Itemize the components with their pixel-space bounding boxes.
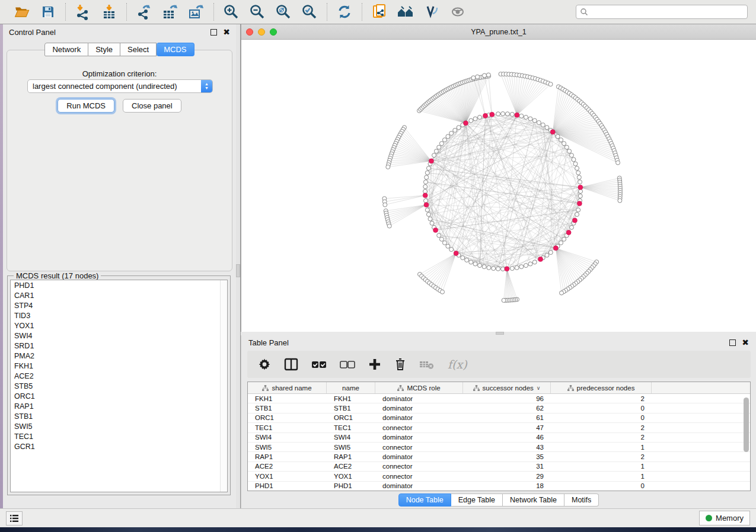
table-row[interactable]: PHD1PHD1dominator180 — [248, 482, 750, 491]
mcds-result-item[interactable]: STP4 — [11, 300, 227, 310]
column-header-shared-name[interactable]: shared name — [248, 382, 327, 393]
refresh-layout-icon[interactable] — [336, 3, 353, 21]
float-panel-icon[interactable] — [210, 29, 217, 36]
save-session-icon[interactable] — [39, 3, 57, 21]
mcds-result-item[interactable]: STB5 — [11, 381, 227, 391]
table-row[interactable]: FKH1FKH1dominator962 — [248, 394, 750, 403]
tab-network[interactable]: Network — [44, 43, 88, 56]
cell: dominator — [375, 395, 463, 402]
criterion-dropdown[interactable]: largest connected component (undirected)… — [27, 79, 213, 93]
mcds-result-item[interactable]: TEC1 — [11, 431, 227, 441]
zoom-out-icon[interactable] — [248, 3, 266, 21]
column-header-successor-nodes[interactable]: successor nodes∨ — [463, 382, 551, 393]
network-titlebar[interactable]: YPA_prune.txt_1 — [241, 24, 756, 40]
mcds-result-item[interactable]: PHD1 — [11, 280, 227, 290]
column-header-MCDS-role[interactable]: MCDS role — [375, 382, 463, 393]
first-neighbors-icon[interactable] — [397, 3, 414, 21]
network-window: YPA_prune.txt_1 — [241, 24, 756, 332]
show-eye-icon[interactable] — [449, 3, 467, 21]
import-network-icon[interactable] — [74, 3, 92, 21]
gear-icon[interactable] — [258, 357, 271, 372]
mcds-result-item[interactable]: CAR1 — [11, 290, 227, 300]
tab-style[interactable]: Style — [88, 43, 120, 56]
mcds-result-list[interactable]: PHD1CAR1STP4TID3YOX1SWI4SRD1PMA2FKH1ACE2… — [10, 280, 228, 492]
cell: connector — [375, 473, 463, 480]
cell: ORC1 — [327, 414, 375, 421]
mcds-result-item[interactable]: SRD1 — [11, 341, 227, 351]
import-table-icon[interactable] — [100, 3, 118, 21]
sort-desc-icon: ∨ — [537, 385, 541, 391]
export-table-icon[interactable] — [161, 3, 179, 21]
deselect-all-icon[interactable] — [340, 357, 355, 372]
table-row[interactable]: SWI4SWI4dominator462 — [248, 433, 750, 443]
mcds-result-item[interactable]: RAP1 — [11, 401, 227, 411]
splitter-handle[interactable] — [236, 264, 240, 277]
close-panel-icon[interactable]: ✖ — [742, 338, 749, 347]
cell: ORC1 — [248, 414, 327, 421]
table-row[interactable]: YOX1YOX1connector291 — [248, 472, 750, 481]
add-icon[interactable] — [368, 357, 381, 372]
table-row[interactable]: SWI5SWI5connector431 — [248, 443, 750, 452]
mcds-result-item[interactable]: SWI4 — [11, 331, 227, 341]
zoom-fit-icon[interactable] — [275, 3, 292, 21]
cell: 47 — [463, 424, 551, 431]
tab-node-table[interactable]: Node Table — [398, 493, 451, 507]
table-row[interactable]: RAP1RAP1dominator352 — [248, 452, 750, 462]
hide-labels-icon[interactable] — [423, 3, 441, 21]
delete-icon[interactable] — [394, 357, 406, 372]
network-canvas[interactable] — [241, 40, 756, 332]
tab-network-table[interactable]: Network Table — [503, 493, 564, 507]
vertical-splitter[interactable] — [236, 24, 241, 508]
optimization-label: Optimization criterion: — [7, 69, 232, 78]
column-header-name[interactable]: name — [327, 382, 375, 393]
search-box[interactable] — [576, 5, 748, 19]
mcds-result-item[interactable]: STB1 — [11, 411, 227, 421]
mcds-result-item[interactable]: GCR1 — [11, 441, 227, 451]
mcds-list-scrollbar[interactable] — [220, 280, 227, 492]
tab-mcds[interactable]: MCDS — [157, 43, 194, 56]
task-history-button[interactable] — [6, 511, 23, 525]
network-graph[interactable] — [241, 40, 756, 332]
mcds-result-item[interactable]: SWI5 — [11, 421, 227, 431]
export-network-icon[interactable] — [135, 3, 153, 21]
mcds-result-item[interactable]: TID3 — [11, 310, 227, 321]
column-header-predecessor-nodes[interactable]: predecessor nodes — [551, 382, 652, 393]
tab-motifs[interactable]: Motifs — [564, 493, 599, 507]
columns-icon[interactable] — [284, 357, 298, 372]
table-row[interactable]: ACE2ACE2connector311 — [248, 462, 750, 472]
scrollbar-thumb[interactable] — [744, 398, 749, 452]
export-image-icon[interactable] — [187, 3, 205, 21]
table-scrollbar[interactable] — [744, 396, 749, 490]
table-row[interactable]: TEC1TEC1connector472 — [248, 423, 750, 432]
cell: 0 — [551, 482, 652, 489]
open-session-icon[interactable] — [13, 3, 31, 21]
delete-table-icon — [419, 357, 435, 372]
run-mcds-button[interactable]: Run MCDS — [58, 99, 114, 113]
cell: 0 — [551, 405, 652, 412]
close-panel-icon[interactable]: ✖ — [223, 28, 230, 36]
desktop-background-bottom — [0, 527, 756, 532]
table-row[interactable]: STB1STB1dominator620 — [248, 403, 750, 413]
table-row[interactable]: ORC1ORC1dominator610 — [248, 414, 750, 423]
mcds-result-item[interactable]: PMA2 — [11, 351, 227, 361]
float-panel-icon[interactable] — [729, 339, 736, 346]
memory-status-icon — [706, 515, 712, 521]
mcds-result-item[interactable]: YOX1 — [11, 321, 227, 331]
zoom-selected-icon[interactable] — [301, 3, 318, 21]
cell: 1 — [551, 473, 652, 480]
cell: connector — [375, 424, 463, 431]
tab-select[interactable]: Select — [120, 43, 157, 56]
node-table[interactable]: shared namenameMCDS rolesuccessor nodes∨… — [247, 382, 751, 491]
memory-button[interactable]: Memory — [699, 511, 750, 525]
mcds-result-item[interactable]: FKH1 — [11, 361, 227, 371]
mcds-result-item[interactable]: ORC1 — [11, 391, 227, 401]
mcds-result-item[interactable]: ACE2 — [11, 371, 227, 381]
share-network-icon[interactable] — [371, 3, 388, 21]
search-input[interactable] — [588, 8, 744, 16]
splitter-handle[interactable] — [496, 332, 504, 335]
select-all-icon[interactable] — [311, 357, 327, 372]
cell: connector — [375, 444, 463, 451]
close-panel-button[interactable]: Close panel — [123, 99, 181, 113]
tab-edge-table[interactable]: Edge Table — [451, 493, 503, 507]
zoom-in-icon[interactable] — [222, 3, 240, 21]
